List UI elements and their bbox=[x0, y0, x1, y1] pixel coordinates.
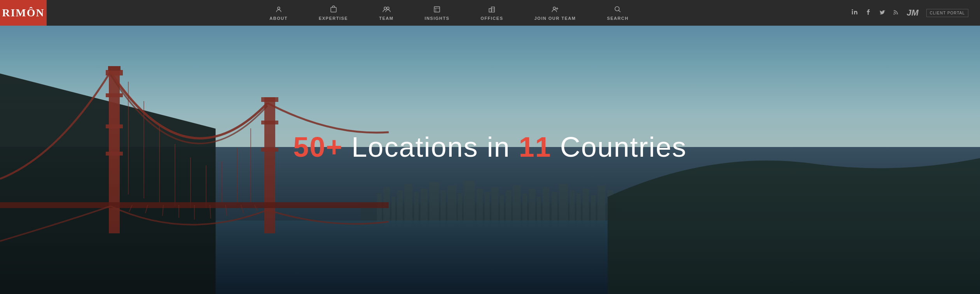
hero-section: 50+ Locations in 11 Countries bbox=[0, 0, 980, 294]
svg-rect-1 bbox=[331, 7, 336, 12]
nav-label-join-our-team: JOIN OUR TEAM bbox=[534, 16, 576, 21]
nav-item-offices[interactable]: OFFICES bbox=[477, 0, 507, 26]
svg-rect-50 bbox=[106, 93, 123, 97]
nav-label-team: TEAM bbox=[379, 16, 393, 21]
navbar: RIMÔN ABOUT EXPERTISE bbox=[0, 0, 980, 26]
svg-point-11 bbox=[553, 7, 556, 9]
svg-point-2 bbox=[384, 7, 386, 9]
svg-point-0 bbox=[278, 7, 280, 9]
svg-rect-8 bbox=[491, 7, 494, 12]
nav-item-join-our-team[interactable]: JOIN OUR TEAM bbox=[530, 0, 580, 26]
nav-label-offices: OFFICES bbox=[480, 16, 503, 21]
svg-rect-57 bbox=[261, 148, 278, 152]
svg-rect-7 bbox=[489, 9, 491, 12]
nav-label-expertise: EXPERTISE bbox=[319, 16, 348, 21]
svg-rect-4 bbox=[434, 7, 440, 12]
nav-item-insights[interactable]: INSIGHTS bbox=[421, 0, 453, 26]
join-our-team-icon bbox=[551, 5, 559, 14]
jm-logo-icon[interactable]: JM bbox=[907, 8, 919, 18]
nav-center: ABOUT EXPERTISE TEAM bbox=[47, 0, 851, 26]
svg-rect-51 bbox=[106, 124, 123, 128]
logo-text: RIMÔN bbox=[2, 7, 45, 19]
expertise-icon bbox=[330, 5, 337, 14]
svg-rect-56 bbox=[261, 121, 278, 124]
client-portal-button[interactable]: CLIENT PORTAL bbox=[926, 9, 968, 17]
nav-item-search[interactable]: SEARCH bbox=[603, 0, 632, 26]
svg-point-14 bbox=[615, 7, 619, 11]
nav-label-about: ABOUT bbox=[269, 16, 288, 21]
nav-label-insights: INSIGHTS bbox=[424, 16, 449, 21]
hero-number-11: 11 bbox=[519, 131, 552, 163]
hero-text-countries: Countries bbox=[552, 131, 687, 163]
hero-headline: 50+ Locations in 11 Countries bbox=[293, 133, 687, 161]
hero-content: 50+ Locations in 11 Countries bbox=[293, 133, 687, 161]
hero-text-locations: Locations in bbox=[343, 131, 519, 163]
nav-item-team[interactable]: TEAM bbox=[375, 0, 397, 26]
nav-item-expertise[interactable]: EXPERTISE bbox=[315, 0, 352, 26]
svg-point-16 bbox=[894, 14, 895, 15]
svg-rect-54 bbox=[264, 97, 275, 233]
twitter-icon[interactable] bbox=[879, 9, 886, 17]
svg-line-15 bbox=[619, 10, 621, 12]
svg-rect-55 bbox=[261, 97, 278, 102]
nav-label-search: SEARCH bbox=[607, 16, 628, 21]
team-icon bbox=[382, 5, 391, 14]
nav-right: JM CLIENT PORTAL bbox=[851, 8, 980, 18]
hero-number-50: 50+ bbox=[293, 131, 343, 163]
search-icon bbox=[614, 5, 622, 14]
facebook-icon[interactable] bbox=[865, 9, 872, 17]
offices-icon bbox=[488, 5, 496, 14]
logo[interactable]: RIMÔN bbox=[0, 0, 47, 26]
rss-icon[interactable] bbox=[893, 9, 899, 16]
svg-point-3 bbox=[387, 7, 389, 9]
linkedin-icon[interactable] bbox=[851, 9, 858, 17]
svg-rect-52 bbox=[106, 152, 123, 156]
svg-rect-53 bbox=[108, 66, 121, 71]
nav-item-about[interactable]: ABOUT bbox=[266, 0, 292, 26]
insights-icon bbox=[433, 5, 441, 14]
about-icon bbox=[275, 5, 283, 14]
